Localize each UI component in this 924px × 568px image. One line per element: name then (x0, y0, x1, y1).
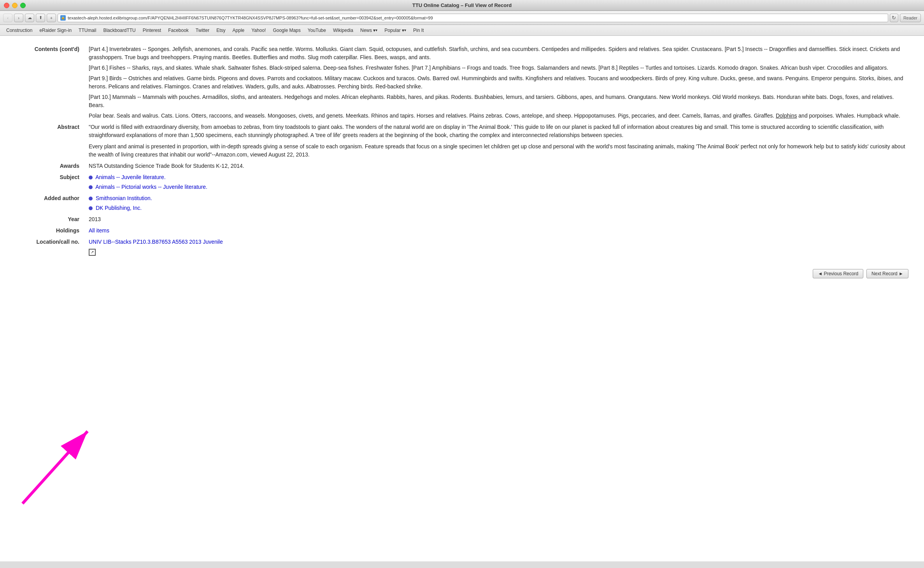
author-dot-2 (89, 206, 93, 210)
awards-value: NSTA Outstanding Science Trade Book for … (86, 160, 908, 172)
subject-label: Subject (16, 172, 86, 193)
awards-row: Awards NSTA Outstanding Science Trade Bo… (16, 160, 908, 172)
added-author-link-2[interactable]: DK Publishing, Inc. (96, 205, 142, 211)
address-text: texastech-aleph.hosted.exlibrisgroup.com… (68, 16, 433, 20)
bookmark-pinit[interactable]: Pin It (410, 26, 427, 34)
year-value: 2013 (86, 214, 908, 225)
reload-button[interactable]: ↻ (890, 14, 898, 22)
back-button[interactable]: ‹ (3, 14, 12, 22)
added-author-2: DK Publishing, Inc. (89, 204, 905, 212)
subject-dot-1 (89, 176, 93, 179)
awards-label: Awards (16, 160, 86, 172)
cloud-button[interactable]: ☁ (25, 14, 34, 22)
added-author-1: Smithsonian Institution. (89, 194, 905, 202)
contents-contd-value: [Part 4.] Invertebrates -- Sponges. Jell… (86, 44, 908, 121)
bookmark-eraider[interactable]: eRaider Sign-in (36, 26, 75, 34)
abstract-p2: Every plant and animal is presented in p… (89, 142, 905, 159)
previous-record-button[interactable]: ◄ Previous Record (813, 269, 863, 278)
bookmark-pinterest[interactable]: Pinterest (140, 26, 164, 34)
added-author-label: Added author (16, 193, 86, 214)
bookmark-facebook[interactable]: Facebook (165, 26, 192, 34)
contents-contd-p4: [Part 10.] Mammals -- Mammals with pouch… (89, 93, 905, 109)
bookmark-wikipedia[interactable]: Wikipedia (330, 26, 356, 34)
bookmark-popular[interactable]: Popular ▾ (381, 26, 409, 34)
abstract-p1: "Our world is filled with extraordinary … (89, 123, 905, 139)
author-dot-1 (89, 197, 93, 200)
contents-contd-p5: Polar bear. Seals and walrus. Cats. Lion… (89, 112, 905, 120)
bookmark-news[interactable]: News ▾ (357, 26, 380, 34)
close-button[interactable] (4, 3, 9, 8)
svg-line-1 (23, 431, 88, 504)
forward-button[interactable]: › (14, 14, 23, 22)
subject-link-1[interactable]: Animals -- Juvenile literature. (95, 174, 166, 180)
new-tab-button[interactable]: + (47, 14, 56, 22)
holdings-value: All items (86, 225, 908, 236)
share-button[interactable]: ⬆ (36, 14, 45, 22)
window-controls (4, 3, 26, 8)
contents-contd-p3: [Part 9.] Birds -- Ostriches and relativ… (89, 74, 905, 91)
favicon: 🔒 (60, 15, 66, 21)
contents-contd-p1: [Part 4.] Invertebrates -- Sponges. Jell… (89, 45, 905, 62)
bookmarks-bar: Construction eRaider Sign-in TTUmail Bla… (0, 25, 924, 36)
bookmark-yahoo[interactable]: Yahoo! (248, 26, 269, 34)
year-row: Year 2013 (16, 214, 908, 225)
subject-link-2[interactable]: Animals -- Pictorial works -- Juvenile l… (95, 184, 207, 190)
added-author-link-1[interactable]: Smithsonian Institution. (96, 195, 152, 201)
holdings-label: Holdings (16, 225, 86, 236)
subject-1: Animals -- Juvenile literature. (89, 173, 905, 181)
nav-bar: ‹ › ☁ ⬆ + 🔒 texastech-aleph.hosted.exlib… (0, 11, 924, 25)
location-row: Location/call no. UNIV LIB--Stacks PZ10.… (16, 236, 908, 257)
holdings-row: Holdings All items (16, 225, 908, 236)
abstract-value: "Our world is filled with extraordinary … (86, 121, 908, 160)
bookmark-ttumail[interactable]: TTUmail (75, 26, 99, 34)
maximize-button[interactable] (20, 3, 26, 8)
bookmark-construction[interactable]: Construction (3, 26, 35, 34)
window-title: TTU Online Catalog – Full View of Record (412, 2, 512, 8)
minimize-button[interactable] (12, 3, 18, 8)
bookmark-blackboard[interactable]: BlackboardTTU (100, 26, 139, 34)
bottom-nav: ◄ Previous Record Next Record ► (16, 269, 908, 278)
bookmark-googlemaps[interactable]: Google Maps (270, 26, 303, 34)
next-record-button[interactable]: Next Record ► (866, 269, 908, 278)
holdings-link[interactable]: All items (89, 227, 109, 234)
location-icon[interactable]: ↗ (89, 249, 96, 256)
subject-value: Animals -- Juvenile literature. Animals … (86, 172, 908, 193)
bookmark-twitter[interactable]: Twitter (193, 26, 212, 34)
bookmark-apple[interactable]: Apple (230, 26, 248, 34)
address-bar[interactable]: 🔒 texastech-aleph.hosted.exlibrisgroup.c… (58, 14, 888, 22)
added-author-row: Added author Smithsonian Institution. DK… (16, 193, 908, 214)
abstract-row: Abstract "Our world is filled with extra… (16, 121, 908, 160)
content-area: Contents (cont'd) [Part 4.] Invertebrate… (0, 36, 924, 561)
added-author-value: Smithsonian Institution. DK Publishing, … (86, 193, 908, 214)
location-link[interactable]: UNIV LIB--Stacks PZ10.3.B87653 A5563 201… (89, 239, 223, 245)
record-table: Contents (cont'd) [Part 4.] Invertebrate… (16, 44, 908, 257)
reader-button[interactable]: Reader (900, 14, 921, 22)
subject-row: Subject Animals -- Juvenile literature. … (16, 172, 908, 193)
bookmark-etsy[interactable]: Etsy (213, 26, 228, 34)
annotation-arrow (12, 410, 113, 511)
year-label: Year (16, 214, 86, 225)
abstract-label: Abstract (16, 121, 86, 160)
location-value: UNIV LIB--Stacks PZ10.3.B87653 A5563 201… (86, 236, 908, 257)
contents-contd-label: Contents (cont'd) (16, 44, 86, 121)
title-bar: TTU Online Catalog – Full View of Record (0, 0, 924, 11)
subject-2: Animals -- Pictorial works -- Juvenile l… (89, 183, 905, 191)
location-label: Location/call no. (16, 236, 86, 257)
contents-contd-row: Contents (cont'd) [Part 4.] Invertebrate… (16, 44, 908, 121)
bookmark-youtube[interactable]: YouTube (305, 26, 329, 34)
subject-dot-2 (89, 185, 93, 189)
contents-contd-p2: [Part 6.] Fishes -- Sharks, rays, and sk… (89, 64, 905, 72)
